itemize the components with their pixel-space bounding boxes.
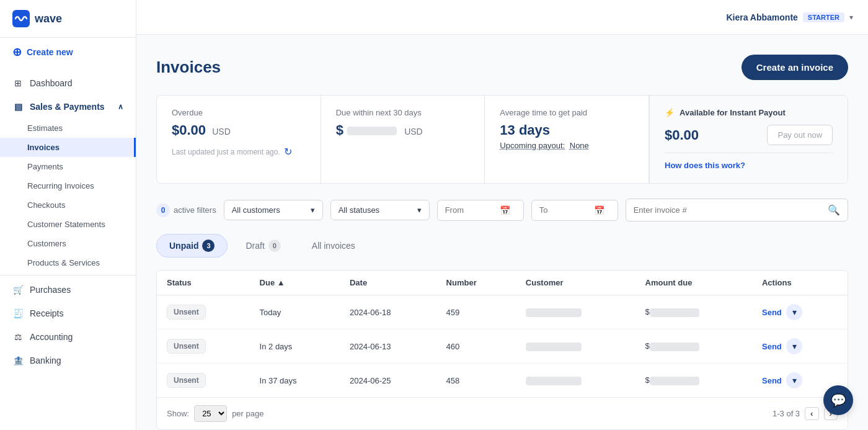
col-number: Number <box>436 271 516 295</box>
date-cell: 2024-06-25 <box>340 364 436 398</box>
filter-count: 0 <box>156 204 170 217</box>
filters-row: 0 active filters All customers ▾ All sta… <box>156 199 848 222</box>
avg-time-value: 13 days <box>500 122 634 138</box>
sidebar-item-products-services[interactable]: Products & Services <box>0 253 136 272</box>
customer-cell <box>516 364 636 398</box>
to-date-filter[interactable]: 📅 <box>531 200 618 221</box>
calendar-icon[interactable]: 📅 <box>500 205 510 215</box>
purchases-icon: 🛒 <box>12 284 24 295</box>
action-dropdown-button[interactable]: ▾ <box>786 304 802 320</box>
logo-text: wave <box>35 12 62 25</box>
col-status: Status <box>157 271 250 295</box>
tabs-row: Unpaid 3 Draft 0 All invoices <box>156 234 848 258</box>
from-date-filter[interactable]: 📅 <box>437 200 524 221</box>
actions-cell: Send ▾ <box>752 295 848 329</box>
tab-all-invoices[interactable]: All invoices <box>299 234 368 258</box>
upcoming-payout: Upcoming payout: None <box>500 141 634 150</box>
dashboard-icon: ⊞ <box>12 78 24 89</box>
sidebar-item-purchases[interactable]: 🛒 Purchases <box>0 278 136 302</box>
last-updated: Last updated just a moment ago. ↻ <box>172 146 306 158</box>
actions-cell: Send ▾ <box>752 329 848 364</box>
sidebar-item-receipts[interactable]: 🧾 Receipts <box>0 302 136 325</box>
col-amount: Amount due <box>636 271 752 295</box>
sidebar-item-customer-statements[interactable]: Customer Statements <box>0 215 136 234</box>
sales-icon: ▤ <box>12 101 24 112</box>
sidebar-item-customers[interactable]: Customers <box>0 234 136 253</box>
customer-filter[interactable]: All customers ▾ <box>224 200 323 220</box>
table-row: Unsent In 2 days 2024-06-13 460 $ Send ▾ <box>157 329 848 364</box>
due-cell: In 37 days <box>250 364 340 398</box>
plus-icon: ⊕ <box>12 45 22 59</box>
stats-row: Overdue $0.00 USD Last updated just a mo… <box>156 95 848 184</box>
table-row: Unsent Today 2024-06-18 459 $ Send ▾ <box>157 295 848 329</box>
user-badge: STARTER <box>803 12 844 22</box>
action-dropdown-button[interactable]: ▾ <box>786 372 802 388</box>
how-does-this-work-link[interactable]: How does this work? <box>665 161 745 170</box>
tab-unpaid[interactable]: Unpaid 3 <box>156 234 228 258</box>
sidebar-item-accounting[interactable]: ⚖ Accounting <box>0 325 136 349</box>
sidebar-item-recurring-invoices[interactable]: Recurring Invoices <box>0 176 136 195</box>
send-action[interactable]: Send <box>762 376 782 385</box>
sidebar-item-checkouts[interactable]: Checkouts <box>0 195 136 215</box>
prev-page-button[interactable]: ‹ <box>805 407 818 420</box>
tab-unpaid-count: 3 <box>202 240 215 252</box>
stat-overdue: Overdue $0.00 USD Last updated just a mo… <box>157 96 321 183</box>
number-cell: 460 <box>436 329 516 364</box>
sidebar-item-estimates[interactable]: Estimates <box>0 119 136 138</box>
chevron-down-icon: ▾ <box>417 205 422 215</box>
sidebar-item-banking[interactable]: 🏦 Banking <box>0 349 136 372</box>
sidebar-item-invoices[interactable]: Invoices <box>0 138 136 157</box>
action-dropdown-button[interactable]: ▾ <box>786 338 802 354</box>
table-footer: Show: 25 per page 1-3 of 3 ‹ › <box>157 397 848 429</box>
customer-cell <box>516 329 636 364</box>
chat-icon: 💬 <box>831 393 846 408</box>
show-per-page: Show: 25 per page <box>167 405 264 422</box>
sidebar-item-payments[interactable]: Payments <box>0 157 136 176</box>
send-action[interactable]: Send <box>762 342 782 351</box>
col-actions: Actions <box>752 271 848 295</box>
customer-blurred <box>526 343 582 351</box>
sidebar-item-dashboard[interactable]: ⊞ Dashboard <box>0 71 136 95</box>
page-header: Invoices Create an invoice <box>156 55 848 80</box>
tab-draft[interactable]: Draft 0 <box>232 234 293 258</box>
customer-cell <box>516 295 636 329</box>
table-header-row: Status Due ▲ Date Number Customer Amount… <box>157 271 848 295</box>
table-row: Unsent In 37 days 2024-06-25 458 $ Send … <box>157 364 848 398</box>
to-date-input[interactable] <box>539 205 589 215</box>
send-action[interactable]: Send <box>762 308 782 317</box>
amount-blurred <box>650 343 699 351</box>
col-customer: Customer <box>516 271 636 295</box>
due-30-value: $ USD <box>336 122 470 138</box>
upcoming-payout-value[interactable]: None <box>570 141 589 150</box>
chat-button[interactable]: 💬 <box>823 385 853 415</box>
nav-section: ⊞ Dashboard ▤ Sales & Payments ∧ Estimat… <box>0 66 136 377</box>
invoice-number-search[interactable]: 🔍 <box>626 199 848 222</box>
number-cell: 458 <box>436 364 516 398</box>
due-30-label: Due within next 30 days <box>336 108 470 117</box>
banking-icon: 🏦 <box>12 355 24 366</box>
calendar-icon[interactable]: 📅 <box>594 205 604 215</box>
search-button[interactable]: 🔍 <box>828 204 840 216</box>
from-date-input[interactable] <box>445 205 495 215</box>
col-due[interactable]: Due ▲ <box>250 271 340 295</box>
pay-out-now-button[interactable]: Pay out now <box>767 125 833 145</box>
sidebar-item-sales-payments[interactable]: ▤ Sales & Payments ∧ <box>0 95 136 119</box>
refresh-icon[interactable]: ↻ <box>284 146 292 158</box>
create-new-button[interactable]: ⊕ Create new <box>0 38 136 66</box>
user-info[interactable]: Kiera Abbamonte STARTER ▾ <box>726 12 853 22</box>
status-filter[interactable]: All statuses ▾ <box>330 200 430 220</box>
status-badge: Unsent <box>167 305 206 320</box>
stat-due-30: Due within next 30 days $ USD <box>321 96 485 183</box>
stat-avg-time: Average time to get paid 13 days Upcomin… <box>485 96 649 183</box>
amount-blurred <box>650 308 699 317</box>
payout-row: $0.00 Pay out now <box>665 125 833 145</box>
avg-time-label: Average time to get paid <box>500 108 634 117</box>
invoice-number-input[interactable] <box>634 205 823 215</box>
per-page-select[interactable]: 25 <box>194 405 227 422</box>
logo: wave <box>0 0 136 38</box>
create-invoice-button[interactable]: Create an invoice <box>742 55 848 80</box>
payout-amount: $0.00 <box>665 127 699 143</box>
chevron-down-icon: ▾ <box>311 205 315 215</box>
chevron-up-icon: ∧ <box>118 102 123 111</box>
due-30-blurred <box>347 127 397 135</box>
